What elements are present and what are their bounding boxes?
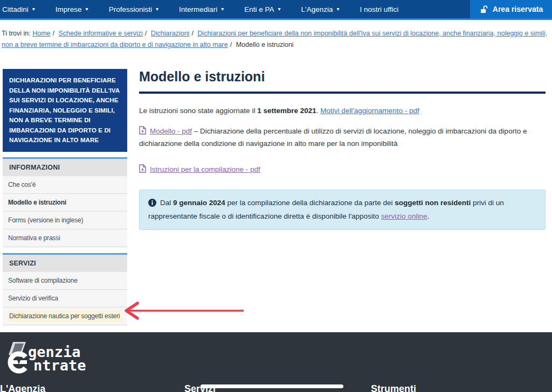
sidebar-item-che-cose[interactable]: Che cos'è [3, 176, 127, 193]
nav-items: Cittadini▾ Imprese▾ Professionisti▾ Inte… [0, 0, 470, 18]
sidebar-item-label: Forms (versione in inglese) [8, 216, 83, 224]
sidebar-section-informazioni: INFORMAZIONI Che cos'è Modello e istruzi… [3, 157, 127, 248]
chevron-down-icon: ▾ [336, 6, 339, 12]
logo-line-2: ntrate [33, 359, 86, 372]
nav-item-professionisti[interactable]: Professionisti▾ [108, 5, 166, 13]
doc-row-modello: Modello - pdf – Dichiarazione della perc… [139, 125, 546, 149]
sidebar-section-servizi: SERVIZI Software di compilazione Servizi… [3, 253, 127, 326]
breadcrumb-prefix: Ti trovi in: [2, 30, 31, 37]
breadcrumb: Ti trovi in: Home/ Schede informative e … [2, 28, 550, 51]
breadcrumb-link-home[interactable]: Home [32, 30, 50, 37]
agenzia-entrate-logo-text: genzia ntrate [28, 345, 86, 375]
footer-scrollbar[interactable] [201, 384, 343, 388]
sidebar-item-label: Normativa e prassi [8, 234, 60, 242]
nav-item-label: I nostri uffici [360, 5, 398, 13]
sidebar-item-label: Servizio di verifica [8, 295, 58, 302]
sidebar-item-dichiarazione-nautica[interactable]: Dichiarazione nautica per soggetti ester… [3, 307, 127, 325]
agenzia-entrate-logo-mark [4, 341, 36, 375]
sidebar-item-modello-e-istruzioni[interactable]: Modello e istruzioni [3, 193, 127, 211]
chevron-down-icon: ▾ [32, 6, 35, 12]
istruzioni-pdf-link[interactable]: Istruzioni per la compilazione - pdf [150, 165, 260, 173]
info-box: Dal 9 gennaio 2024 per la compilazione d… [139, 190, 546, 230]
breadcrumb-separator: / [230, 41, 232, 48]
sidebar-section-footer [3, 325, 127, 326]
info-text: per la compilazione della dichiarazione … [225, 199, 395, 207]
nav-item-label: Professionisti [109, 5, 152, 13]
pdf-file-icon [139, 126, 146, 138]
breadcrumb-separator: / [53, 30, 54, 37]
area-riservata-button[interactable]: Area riservata [470, 0, 552, 18]
area-riservata-label: Area riservata [493, 5, 543, 13]
update-note-text: Le istruzioni sono state aggiornate il [139, 107, 257, 115]
sidebar-item-normativa-e-prassi[interactable]: Normativa e prassi [3, 229, 127, 247]
open-lock-icon [479, 5, 488, 13]
breadcrumb-current: Modello e istruzioni [236, 41, 294, 48]
doc-row-istruzioni: Istruzioni per la compilazione - pdf [139, 164, 546, 176]
agenzia-entrate-logo: genzia ntrate [4, 341, 86, 375]
page: Cittadini▾ Imprese▾ Professionisti▾ Inte… [0, 0, 552, 392]
breadcrumb-separator: / [145, 30, 147, 37]
nav-item-label: Intermediari [179, 5, 217, 13]
sidebar-title: DICHIARAZIONI PER BENEFICIARE DELLA NON … [3, 69, 127, 152]
motivi-aggiornamento-pdf-link[interactable]: Motivi dell'aggiornamento - pdf [320, 107, 419, 115]
footer-column-strumenti[interactable]: Strumenti [371, 383, 416, 392]
update-note: Le istruzioni sono state aggiornate il 1… [139, 106, 546, 116]
footer-column-l-agenzia[interactable]: L'Agenzia [0, 383, 45, 392]
nav-item-i-nostri-uffici[interactable]: I nostri uffici [358, 5, 406, 13]
sidebar-section-footer [3, 247, 127, 248]
page-title: Modello e istruzioni [139, 69, 546, 94]
servizio-online-link[interactable]: servizio online [381, 212, 427, 220]
nav-item-l-agenzia[interactable]: L'Agenzia▾ [300, 5, 347, 13]
pdf-file-icon [139, 164, 146, 176]
sidebar-item-label-highlighted: Dichiarazione nautica per soggetti ester… [8, 311, 122, 321]
nav-item-label: Cittadini [2, 5, 29, 13]
modello-pdf-description: – Dichiarazione della percentuale di uti… [139, 127, 527, 148]
sidebar-item-label: Software di compilazione [8, 277, 78, 284]
top-navigation: Cittadini▾ Imprese▾ Professionisti▾ Inte… [0, 0, 552, 20]
modello-pdf-link[interactable]: Modello - pdf [150, 127, 192, 135]
chevron-down-icon: ▾ [156, 6, 158, 12]
info-text: . [427, 212, 429, 220]
red-arrow-annotation [121, 300, 246, 321]
sidebar-item-servizio-di-verifica[interactable]: Servizio di verifica [3, 289, 127, 307]
nav-item-imprese[interactable]: Imprese▾ [54, 5, 96, 13]
sidebar-item-software-di-compilazione[interactable]: Software di compilazione [3, 272, 127, 289]
chevron-down-icon: ▾ [221, 6, 224, 12]
chevron-down-icon: ▾ [278, 6, 281, 12]
info-bold-text: soggetti non residenti [395, 199, 471, 207]
chevron-down-icon: ▾ [86, 6, 88, 12]
nav-item-intermediari[interactable]: Intermediari▾ [178, 5, 231, 13]
update-date: 1 settembre 2021 [257, 107, 316, 115]
breadcrumb-link-schede[interactable]: Schede informative e servizi [59, 30, 143, 37]
info-icon [148, 199, 156, 211]
sidebar-item-forms[interactable]: Forms (versione in inglese) [3, 211, 127, 229]
breadcrumb-separator: / [191, 30, 193, 37]
nav-item-cittadini[interactable]: Cittadini▾ [1, 5, 43, 13]
sidebar: DICHIARAZIONI PER BENEFICIARE DELLA NON … [3, 69, 127, 326]
nav-item-enti-e-pa[interactable]: Enti e PA▾ [243, 5, 288, 13]
footer: genzia ntrate L'Agenzia Servizi Strument… [0, 332, 552, 392]
info-text: Dal [160, 199, 173, 207]
nav-item-label: L'Agenzia [301, 5, 333, 13]
nav-item-label: Imprese [56, 5, 82, 13]
sidebar-section-header: INFORMAZIONI [3, 159, 127, 176]
info-date: 9 gennaio 2024 [173, 199, 225, 207]
sidebar-item-label: Che cos'è [8, 181, 36, 188]
nav-item-label: Enti e PA [244, 5, 274, 13]
sidebar-item-label: Modello e istruzioni [8, 199, 66, 206]
sidebar-section-header: SERVIZI [3, 255, 127, 272]
breadcrumb-link-dichiarazioni[interactable]: Dichiarazioni [151, 30, 190, 37]
main-content: Modello e istruzioni Le istruzioni sono … [139, 69, 546, 230]
